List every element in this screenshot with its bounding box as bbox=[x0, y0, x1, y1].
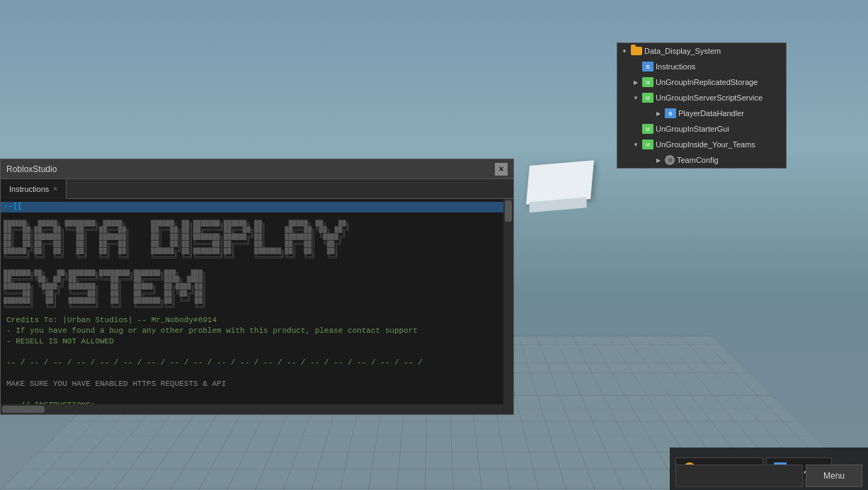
explorer-item-label: Instructions bbox=[656, 62, 695, 71]
tab-instructions[interactable]: Instructions × bbox=[1, 179, 67, 199]
module-icon: M bbox=[642, 124, 653, 134]
gear-icon: ⚙ bbox=[665, 155, 675, 165]
expand-arrow: ▶ bbox=[654, 156, 663, 164]
explorer-item-label: UnGroupInside_Your_Teams bbox=[656, 140, 755, 149]
explorer-item-label: UnGroupInStarterGui bbox=[656, 125, 729, 133]
explorer-item-label: UnGroupInReplicatedStorage bbox=[656, 78, 758, 86]
line-content bbox=[6, 369, 11, 380]
dialog-titlebar: RobloxStudio × bbox=[1, 159, 513, 179]
tab-label: Instructions bbox=[9, 185, 49, 193]
ascii-display: ██████╗ ██╗███████╗██████╗ ██╗ █████╗ ██… bbox=[151, 214, 350, 262]
code-line: - RESELL IS NOT ALLOWED bbox=[4, 337, 510, 348]
code-line: -- / -- / -- / -- / -- / -- / -- / -- / … bbox=[4, 358, 510, 369]
code-editor[interactable]: --[[ ██████╗ █████╗ ████████╗ █████╗ ██╔… bbox=[1, 199, 513, 414]
explorer-item-label: PlayerDataHandler bbox=[678, 109, 744, 118]
script-icon: S bbox=[665, 108, 676, 118]
tab-close-icon[interactable]: × bbox=[53, 185, 57, 193]
line-content: MAKE SURE YOU HAVE ENABLED HTTPS REQUEST… bbox=[6, 380, 226, 390]
close-button[interactable]: × bbox=[495, 163, 508, 176]
scrollbar-horizontal[interactable] bbox=[1, 404, 503, 414]
explorer-item-instructions[interactable]: S Instructions bbox=[617, 59, 786, 74]
expand-arrow: ▶ bbox=[654, 109, 663, 118]
explorer-item-teamconfig[interactable]: ▶ ⚙ TeamConfig bbox=[617, 152, 786, 168]
code-line bbox=[4, 348, 510, 358]
line-content: - If you have found a bug or any other p… bbox=[6, 326, 418, 337]
line-content: Credits To: |Urban Studios| -- Mr_Nobody… bbox=[6, 316, 217, 326]
scrollbar-h-thumb[interactable] bbox=[2, 406, 45, 413]
line-content: - RESELL IS NOT ALLOWED bbox=[6, 337, 114, 348]
explorer-item-label: TeamConfig bbox=[677, 156, 719, 164]
expand-arrow: ▼ bbox=[632, 93, 640, 102]
explorer-item-playerdatahandler[interactable]: ▶ S PlayerDataHandler bbox=[617, 106, 786, 121]
scrollbar-vertical[interactable] bbox=[503, 199, 513, 414]
line-content: -- / -- / -- / -- / -- / -- / -- / -- / … bbox=[6, 358, 423, 369]
scrollbar-thumb[interactable] bbox=[505, 200, 512, 222]
explorer-item-serverscriptservice[interactable]: ▼ M UnGroupInServerScriptService bbox=[617, 90, 786, 106]
expand-arrow bbox=[632, 125, 640, 133]
code-line: - If you have found a bug or any other p… bbox=[4, 326, 510, 337]
module-icon: M bbox=[642, 93, 653, 103]
code-line bbox=[4, 369, 510, 380]
explorer-panel: ▼ Data_Display_System S Instructions ▶ M… bbox=[617, 42, 787, 169]
studio-dialog: RobloxStudio × Instructions × --[[ █████… bbox=[0, 159, 514, 415]
3d-shape bbox=[526, 160, 594, 205]
cursor-line-content: --[[ bbox=[4, 202, 22, 212]
code-line-cursor: --[[ bbox=[1, 202, 513, 212]
bottom-panel: $ $X,XXX,XXX 🏦 $X,XXX Menu bbox=[670, 448, 868, 490]
tab-bar: Instructions × bbox=[1, 179, 513, 199]
script-icon: S bbox=[642, 62, 653, 72]
expand-arrow: ▼ bbox=[620, 47, 629, 55]
expand-arrow: ▶ bbox=[632, 78, 640, 86]
line-content bbox=[6, 390, 11, 401]
expand-arrow: ▼ bbox=[632, 140, 640, 149]
expand-arrow bbox=[632, 62, 640, 71]
dialog-title: RobloxStudio bbox=[6, 164, 57, 174]
code-line bbox=[4, 390, 510, 401]
code-line: Credits To: |Urban Studios| -- Mr_Nobody… bbox=[4, 316, 510, 326]
explorer-item-inside-your-teams[interactable]: ▼ M UnGroupInside_Your_Teams bbox=[617, 137, 786, 152]
module-icon: M bbox=[642, 77, 653, 87]
explorer-item-label: UnGroupInServerScriptService bbox=[656, 93, 763, 102]
module-icon: M bbox=[642, 139, 653, 149]
folder-icon bbox=[631, 47, 642, 55]
explorer-item-startergui[interactable]: M UnGroupInStarterGui bbox=[617, 121, 786, 137]
ascii-data: ██████╗ █████╗ ████████╗ █████╗ ██╔══██╗… bbox=[4, 214, 130, 262]
code-line: MAKE SURE YOU HAVE ENABLED HTTPS REQUEST… bbox=[4, 380, 510, 390]
ascii-system: ███████╗██╗ ██╗███████╗████████╗███████╗… bbox=[4, 263, 510, 312]
explorer-item-label: Data_Display_System bbox=[644, 47, 721, 55]
menu-button[interactable]: Menu bbox=[806, 465, 862, 487]
line-content bbox=[6, 348, 11, 358]
input-field[interactable] bbox=[675, 465, 803, 487]
explorer-item-data-display-system[interactable]: ▼ Data_Display_System bbox=[617, 43, 786, 59]
explorer-item-unreplicatedstorage[interactable]: ▶ M UnGroupInReplicatedStorage bbox=[617, 74, 786, 90]
